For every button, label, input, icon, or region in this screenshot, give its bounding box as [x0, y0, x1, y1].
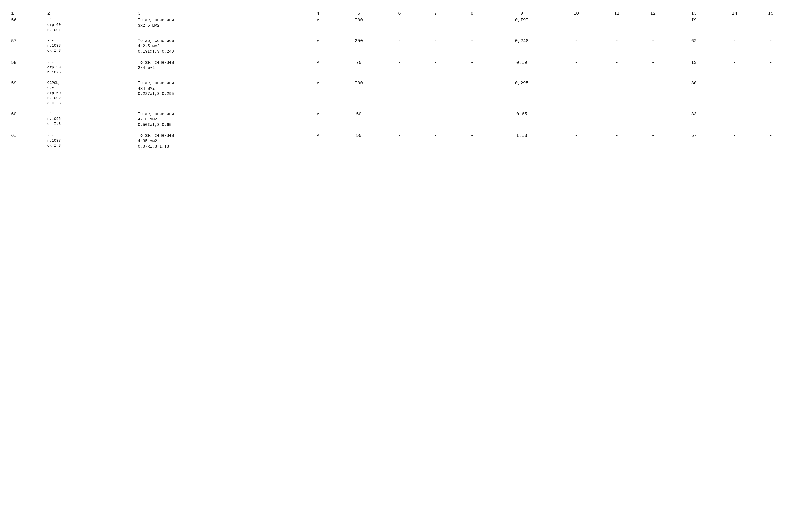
- cell-1-6: -: [381, 17, 418, 33]
- col-header-13: I3: [671, 10, 716, 17]
- cell-3-1: 58: [10, 60, 47, 76]
- cell-4-1: 59: [10, 80, 47, 107]
- cell-2-9: 0,248: [490, 38, 553, 55]
- cell-4-11: -: [599, 80, 635, 107]
- cell-6-5: 50: [336, 133, 381, 150]
- col-header-3: 3: [137, 10, 300, 17]
- col-header-14: I4: [716, 10, 753, 17]
- cell-2-15: -: [752, 38, 789, 55]
- cell-1-9: 0,I9I: [490, 17, 553, 33]
- cell-2-13: 62: [671, 38, 716, 55]
- cell-2-8: -: [454, 38, 490, 55]
- table-row: 56-"- стр.60 п.1091То же, сечением 3х2,5…: [10, 17, 789, 33]
- cell-4-15: -: [752, 80, 789, 107]
- cell-3-6: -: [381, 60, 418, 76]
- cell-3-3: То же, сечением 2х4 мм2: [137, 60, 300, 76]
- col-header-4: 4: [300, 10, 336, 17]
- table-row: 59ССРСЦ ч.У стр.60 п.1092 ск=I,3То же, с…: [10, 80, 789, 107]
- cell-2-5: 250: [336, 38, 381, 55]
- cell-1-3: То же, сечением 3х2,5 мм2: [137, 17, 300, 33]
- cell-3-7: -: [418, 60, 454, 76]
- cell-4-7: -: [418, 80, 454, 107]
- cell-5-13: 33: [671, 111, 716, 129]
- col-header-11: II: [599, 10, 635, 17]
- cell-1-15: -: [752, 17, 789, 33]
- cell-4-12: -: [635, 80, 671, 107]
- cell-1-12: -: [635, 17, 671, 33]
- cell-1-14: -: [716, 17, 753, 33]
- row-spacer: [10, 76, 789, 80]
- cell-6-7: -: [418, 133, 454, 150]
- cell-5-11: -: [599, 111, 635, 129]
- cell-6-14: -: [716, 133, 753, 150]
- cell-6-13: 57: [671, 133, 716, 150]
- cell-3-2: -"- стр.59 п.1075: [47, 60, 137, 76]
- cell-4-4: м: [300, 80, 336, 107]
- cell-2-14: -: [716, 38, 753, 55]
- row-spacer: [10, 107, 789, 111]
- main-table: 123456789IOIII2I3I4I5 56-"- стр.60 п.109…: [10, 10, 789, 150]
- table-row: 60-"- п.1095 ск=I,3То же, сечением 4хI6 …: [10, 111, 789, 129]
- cell-1-5: I00: [336, 17, 381, 33]
- cell-4-8: -: [454, 80, 490, 107]
- cell-4-6: -: [381, 80, 418, 107]
- cell-1-8: -: [454, 17, 490, 33]
- cell-5-3: То же, сечением 4хI6 мм2 0,50IхI,3=0,65: [137, 111, 300, 129]
- cell-6-15: -: [752, 133, 789, 150]
- cell-3-5: 70: [336, 60, 381, 76]
- col-header-1: 1: [10, 10, 47, 17]
- cell-2-2: -"- п.1093 ск=I,3: [47, 38, 137, 55]
- row-spacer: [10, 128, 789, 133]
- cell-1-1: 56: [10, 17, 47, 33]
- col-header-9: 9: [490, 10, 553, 17]
- cell-2-7: -: [418, 38, 454, 55]
- cell-6-10: -: [553, 133, 599, 150]
- cell-3-12: -: [635, 60, 671, 76]
- cell-1-11: -: [599, 17, 635, 33]
- cell-3-14: -: [716, 60, 753, 76]
- cell-1-2: -"- стр.60 п.1091: [47, 17, 137, 33]
- cell-5-6: -: [381, 111, 418, 129]
- cell-3-9: 0,I9: [490, 60, 553, 76]
- col-header-7: 7: [418, 10, 454, 17]
- cell-4-2: ССРСЦ ч.У стр.60 п.1092 ск=I,3: [47, 80, 137, 107]
- cell-5-9: 0,65: [490, 111, 553, 129]
- cell-5-1: 60: [10, 111, 47, 129]
- cell-4-13: 30: [671, 80, 716, 107]
- col-header-8: 8: [454, 10, 490, 17]
- cell-2-4: м: [300, 38, 336, 55]
- cell-2-3: То же, сечением 4х2,5 мм2 0,I9IхI,3=0,24…: [137, 38, 300, 55]
- cell-2-11: -: [599, 38, 635, 55]
- cell-5-14: -: [716, 111, 753, 129]
- cell-2-10: -: [553, 38, 599, 55]
- cell-3-15: -: [752, 60, 789, 76]
- cell-3-11: -: [599, 60, 635, 76]
- cell-5-10: -: [553, 111, 599, 129]
- col-header-6: 6: [381, 10, 418, 17]
- cell-6-1: 6I: [10, 133, 47, 150]
- table-row: 57-"- п.1093 ск=I,3То же, сечением 4х2,5…: [10, 38, 789, 55]
- cell-1-10: -: [553, 17, 599, 33]
- cell-4-14: -: [716, 80, 753, 107]
- cell-2-12: -: [635, 38, 671, 55]
- cell-4-3: То же, сечением 4х4 мм2 0,227хI,3=0,295: [137, 80, 300, 107]
- cell-4-9: 0,295: [490, 80, 553, 107]
- cell-5-4: м: [300, 111, 336, 129]
- cell-2-1: 57: [10, 38, 47, 55]
- cell-3-4: м: [300, 60, 336, 76]
- cell-2-6: -: [381, 38, 418, 55]
- table-row: 6I-"- п.1097 ск=I,3То же, сечением 4х35 …: [10, 133, 789, 150]
- cell-5-15: -: [752, 111, 789, 129]
- cell-1-13: I9: [671, 17, 716, 33]
- cell-4-10: -: [553, 80, 599, 107]
- cell-6-6: -: [381, 133, 418, 150]
- cell-6-12: -: [635, 133, 671, 150]
- col-header-10: IO: [553, 10, 599, 17]
- cell-5-2: -"- п.1095 ск=I,3: [47, 111, 137, 129]
- cell-3-8: -: [454, 60, 490, 76]
- column-headers: 123456789IOIII2I3I4I5: [10, 10, 789, 17]
- cell-6-4: м: [300, 133, 336, 150]
- col-header-15: I5: [752, 10, 789, 17]
- cell-6-8: -: [454, 133, 490, 150]
- col-header-2: 2: [47, 10, 137, 17]
